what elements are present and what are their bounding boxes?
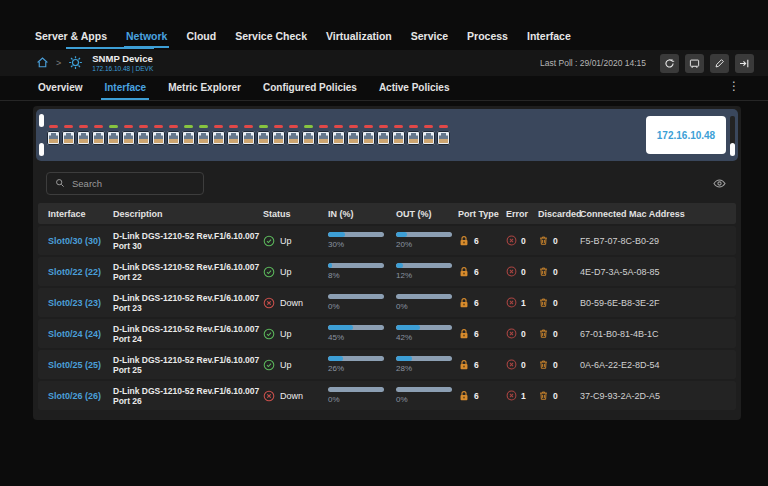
discarded: 0 [538, 266, 580, 277]
error-icon [506, 328, 517, 339]
port-14[interactable] [242, 125, 255, 145]
port-17[interactable] [287, 125, 300, 145]
column-visibility-eye-icon[interactable] [713, 177, 726, 190]
port-11[interactable] [197, 125, 210, 145]
discarded-trash-icon [538, 266, 549, 277]
error: 1 [506, 297, 538, 308]
port-15[interactable] [257, 125, 270, 145]
out-usage-cell: 0% [396, 387, 458, 404]
in-usage-cell: 26% [328, 356, 396, 373]
sign-in-button[interactable] [735, 54, 754, 73]
column-header-out[interactable]: OUT (%) [396, 209, 458, 219]
error-count: 0 [521, 329, 526, 339]
port-type: 6 [458, 359, 506, 371]
column-header-error[interactable]: Error [506, 209, 538, 219]
nav-item-interface[interactable]: Interface [527, 30, 571, 48]
home-icon[interactable] [36, 56, 49, 69]
port-7[interactable] [137, 125, 150, 145]
nav-item-virtualization[interactable]: Virtualization [326, 30, 392, 48]
port-8[interactable] [152, 125, 165, 145]
usage-percent-label: 28% [396, 364, 458, 373]
table-row[interactable]: Slot0/22 (22)D-Link DGS-1210-52 Rev.F1/6… [38, 257, 736, 286]
nav-item-service-check[interactable]: Service Check [235, 30, 307, 48]
column-header-in[interactable]: IN (%) [328, 209, 396, 219]
refresh-button[interactable] [660, 54, 679, 73]
port-19[interactable] [317, 125, 330, 145]
search-input[interactable] [72, 178, 195, 189]
interface-link[interactable]: Slot0/25 (25) [38, 360, 113, 370]
port-22[interactable] [362, 125, 375, 145]
tab-metric-explorer[interactable]: Metric Explorer [168, 82, 241, 100]
port-18[interactable] [302, 125, 315, 145]
usage-percent-label: 45% [328, 333, 396, 342]
nav-item-process[interactable]: Process [467, 30, 508, 48]
device-name: SNMP Device [92, 54, 153, 64]
table-row[interactable]: Slot0/30 (30)D-Link DGS-1210-52 Rev.F1/6… [38, 226, 736, 255]
table-row[interactable]: Slot0/23 (23)D-Link DGS-1210-52 Rev.F1/6… [38, 288, 736, 317]
interface-link[interactable]: Slot0/22 (22) [38, 267, 113, 277]
table-row[interactable]: Slot0/26 (26)D-Link DGS-1210-52 Rev.F1/6… [38, 381, 736, 410]
device-crumb[interactable]: SNMP Device 172.16.10.48 | DEVK [92, 54, 153, 72]
column-header-status[interactable]: Status [263, 209, 328, 219]
column-header-port-type[interactable]: Port Type [458, 209, 506, 219]
column-header-interface[interactable]: Interface [38, 209, 113, 219]
port-26[interactable] [422, 125, 435, 145]
usage-percent-label: 0% [328, 302, 396, 311]
port-20[interactable] [332, 125, 345, 145]
port-24[interactable] [392, 125, 405, 145]
interface-link[interactable]: Slot0/24 (24) [38, 329, 113, 339]
port-4[interactable] [92, 125, 105, 145]
port-27[interactable] [437, 125, 450, 145]
port-23[interactable] [377, 125, 390, 145]
kebab-menu-icon[interactable]: ⋮ [728, 80, 740, 92]
error: 0 [506, 359, 538, 370]
column-header-connected-mac-address[interactable]: Connected Mac Address [580, 209, 736, 219]
table-toolbar [36, 166, 738, 200]
port-led-down [439, 125, 448, 128]
port-13[interactable] [227, 125, 240, 145]
search-box[interactable] [46, 172, 204, 195]
column-header-discarded[interactable]: Discarded [538, 209, 580, 219]
mac-address: 67-01-B0-81-4B-1C [580, 329, 736, 339]
nav-item-server-apps[interactable]: Server & Apps [35, 30, 107, 48]
port-25[interactable] [407, 125, 420, 145]
interface-description: D-Link DGS-1210-52 Rev.F1/6.10.007 Port … [113, 386, 263, 406]
port-6[interactable] [122, 125, 135, 145]
port-2[interactable] [62, 125, 75, 145]
port-3[interactable] [77, 125, 90, 145]
breadcrumb: > SNMP Device 172.16.10.48 | DEVK [36, 54, 153, 72]
port-9[interactable] [167, 125, 180, 145]
status-label: Up [280, 236, 292, 246]
interface-link[interactable]: Slot0/26 (26) [38, 391, 113, 401]
table-row[interactable]: Slot0/24 (24)D-Link DGS-1210-52 Rev.F1/6… [38, 319, 736, 348]
port-10[interactable] [182, 125, 195, 145]
nav-item-network[interactable]: Network [126, 30, 167, 48]
tab-interface[interactable]: Interface [104, 82, 146, 100]
ethernet-jack-icon [392, 131, 405, 145]
port-led-down [379, 125, 388, 128]
tab-configured-policies[interactable]: Configured Policies [263, 82, 357, 100]
port-type: 6 [458, 297, 506, 309]
column-header-description[interactable]: Description [113, 209, 263, 219]
interface-link[interactable]: Slot0/23 (23) [38, 298, 113, 308]
port-1[interactable] [47, 125, 60, 145]
ethernet-jack-icon [122, 131, 135, 145]
ethernet-jack-icon [212, 131, 225, 145]
error-count: 1 [521, 391, 526, 401]
port-12[interactable] [212, 125, 225, 145]
tab-active-policies[interactable]: Active Policies [379, 82, 450, 100]
tab-overview[interactable]: Overview [38, 82, 82, 100]
edit-pencil-button[interactable] [710, 54, 729, 73]
mac-address: 0A-6A-22-E2-8D-54 [580, 360, 736, 370]
port-type-lock-icon [458, 297, 470, 309]
port-21[interactable] [347, 125, 360, 145]
port-led-down [274, 125, 283, 128]
nav-item-service[interactable]: Service [411, 30, 448, 48]
interface-link[interactable]: Slot0/30 (30) [38, 236, 113, 246]
usage-bar [328, 232, 384, 237]
port-16[interactable] [272, 125, 285, 145]
port-5[interactable] [107, 125, 120, 145]
monitor-button[interactable] [685, 54, 704, 73]
nav-item-cloud[interactable]: Cloud [186, 30, 216, 48]
table-row[interactable]: Slot0/25 (25)D-Link DGS-1210-52 Rev.F1/6… [38, 350, 736, 379]
